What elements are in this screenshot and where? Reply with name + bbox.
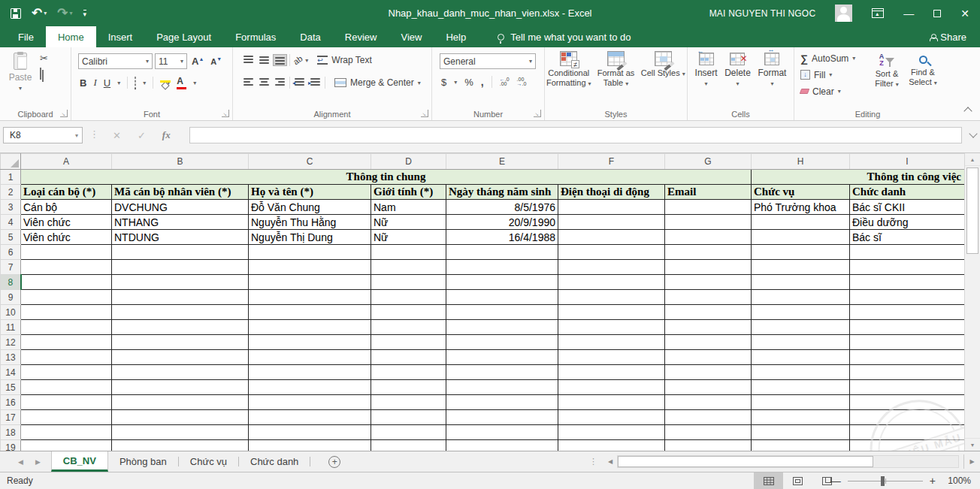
cell-I4[interactable]: Điều dưỡng [850,215,965,230]
cell-H13[interactable] [752,350,850,365]
cell-C17[interactable] [249,410,371,425]
cell-C11[interactable] [249,320,371,335]
cell-C19[interactable] [249,440,371,451]
cell-B2[interactable]: Mã cán bộ nhân viên (*) [112,185,249,200]
paste-button[interactable]: Paste ▾ [4,53,37,104]
cell-C3[interactable]: Đỗ Văn Chung [249,200,371,215]
cell-C2[interactable]: Họ và tên (*) [249,185,371,200]
align-right-button[interactable] [274,77,286,88]
user-avatar[interactable] [835,5,852,22]
cell-I11[interactable] [850,320,965,335]
cell-I13[interactable] [850,350,965,365]
cell-F10[interactable] [558,305,665,320]
column-header-H[interactable]: H [752,154,850,170]
percent-style-button[interactable]: % [464,77,473,88]
cell-I15[interactable] [850,380,965,395]
cell-A11[interactable] [21,320,112,335]
row-header-13[interactable]: 13 [1,350,21,365]
select-all-corner[interactable] [1,154,21,170]
accounting-format-button[interactable]: $ [441,77,446,88]
increase-font-size-button[interactable]: A▲ [189,56,206,67]
cell-G11[interactable] [665,320,752,335]
cell-A4[interactable]: Viên chức [21,215,112,230]
cell-D3[interactable]: Nam [371,200,446,215]
cell-B4[interactable]: NTHANG [112,215,249,230]
column-header-F[interactable]: F [558,154,665,170]
row-header-3[interactable]: 3 [1,200,21,215]
cell-A18[interactable] [21,425,112,440]
ribbon-tab-file[interactable]: File [6,26,46,47]
cell-F18[interactable] [558,425,665,440]
cell-B10[interactable] [112,305,249,320]
cell-B5[interactable]: NTDUNG [112,230,249,245]
cut-button[interactable]: ✂ [40,53,48,64]
column-header-D[interactable]: D [371,154,446,170]
cell-H10[interactable] [752,305,850,320]
cell-H18[interactable] [752,425,850,440]
cell-I18[interactable] [850,425,965,440]
merged-header-thong-tin-chung[interactable]: Thông tin chung [21,170,752,185]
cell-D19[interactable] [371,440,446,451]
zoom-slider-handle[interactable] [881,476,885,486]
cell-E15[interactable] [446,380,558,395]
cell-D15[interactable] [371,380,446,395]
bold-button[interactable]: B [80,77,86,89]
cell-F5[interactable] [558,230,665,245]
insert-function-button[interactable]: fx [162,129,171,141]
sort-filter-button[interactable]: AZ Sort & Filter ▾ [870,51,904,89]
cell-H7[interactable] [752,260,850,275]
cell-H5[interactable] [752,230,850,245]
sheet-tab-cb_nv[interactable]: CB_NV [51,451,108,472]
cell-G5[interactable] [665,230,752,245]
cell-H14[interactable] [752,365,850,380]
cell-B9[interactable] [112,290,249,305]
cell-G9[interactable] [665,290,752,305]
cell-H6[interactable] [752,245,850,260]
name-box[interactable]: K8 ▾ [3,127,83,143]
collapse-ribbon-icon[interactable] [963,107,972,115]
number-dialog-launcher-icon[interactable] [534,110,541,117]
cell-E3[interactable]: 8/5/1976 [446,200,558,215]
cell-E5[interactable]: 16/4/1988 [446,230,558,245]
cell-D17[interactable] [371,410,446,425]
horizontal-scrollbar[interactable]: ◀ ▶ [603,454,980,469]
cell-B16[interactable] [112,395,249,410]
confirm-entry-button[interactable]: ✓ [138,130,146,141]
minimize-button[interactable]: — [903,8,914,20]
cell-D4[interactable]: Nữ [371,215,446,230]
column-header-E[interactable]: E [446,154,558,170]
font-dialog-launcher-icon[interactable] [222,110,229,117]
cell-D10[interactable] [371,305,446,320]
cell-G17[interactable] [665,410,752,425]
cell-I8[interactable] [850,275,965,290]
cell-B8[interactable] [112,275,249,290]
redo-button[interactable]: ↷▾ [57,5,72,21]
cell-G10[interactable] [665,305,752,320]
cell-C10[interactable] [249,305,371,320]
row-header-17[interactable]: 17 [1,410,21,425]
fill-button[interactable]: ↓Fill▾ [800,68,855,81]
ribbon-tab-page-layout[interactable]: Page Layout [144,26,223,47]
row-header-2[interactable]: 2 [1,185,21,200]
cell-E2[interactable]: Ngày tháng năm sinh [446,185,558,200]
row-header-16[interactable]: 16 [1,395,21,410]
cell-D11[interactable] [371,320,446,335]
cell-H17[interactable] [752,410,850,425]
vertical-scrollbar[interactable]: ▲ ▼ [964,153,980,451]
row-header-15[interactable]: 15 [1,380,21,395]
cell-F9[interactable] [558,290,665,305]
cell-C18[interactable] [249,425,371,440]
cell-I3[interactable]: Bác sĩ CKII [850,200,965,215]
cell-H12[interactable] [752,335,850,350]
zoom-in-button[interactable]: + [930,475,936,487]
cell-A13[interactable] [21,350,112,365]
tell-me-box[interactable]: Tell me what you want to do [498,26,631,47]
italic-button[interactable]: I [93,77,96,89]
column-header-C[interactable]: C [249,154,371,170]
ribbon-tab-insert[interactable]: Insert [96,26,145,47]
cell-H19[interactable] [752,440,850,451]
cell-E4[interactable]: 20/9/1990 [446,215,558,230]
cell-G19[interactable] [665,440,752,451]
column-header-I[interactable]: I [850,154,965,170]
decrease-font-size-button[interactable]: A▼ [208,56,224,66]
